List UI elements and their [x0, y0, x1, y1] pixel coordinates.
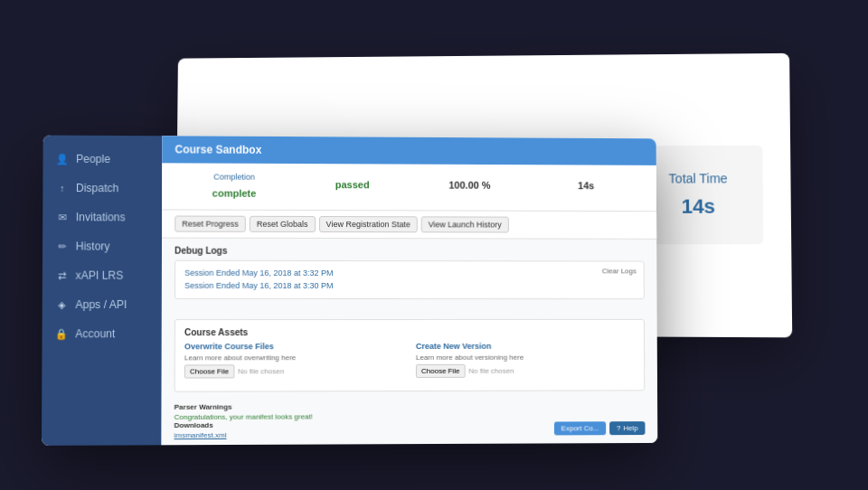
sidebar-item-history-label: History — [76, 240, 110, 252]
main-content: Course Sandbox Completion complete passe… — [161, 136, 657, 445]
download-link[interactable]: imsmanifest.xml — [175, 431, 227, 439]
mini-completion-label: Completion — [175, 172, 293, 182]
view-registration-state-button[interactable]: View Registration State — [319, 216, 418, 232]
downloads-section: Downloads imsmanifest.xml — [175, 421, 227, 439]
stats-row: Completion complete passed 100.00 % 14s — [162, 163, 656, 212]
new-version-file-text: No file chosen — [468, 367, 514, 375]
mini-stat-score: 100.00 % — [411, 174, 528, 202]
course-assets-container: Course Assets Overwrite Course Files Lea… — [175, 319, 646, 392]
content-title: Course Sandbox — [175, 143, 261, 155]
mini-stat-passed: passed — [294, 173, 411, 201]
reset-globals-button[interactable]: Reset Globals — [250, 216, 316, 232]
sidebar-item-dispatch[interactable]: ↑ Dispatch — [42, 174, 162, 203]
download-row: Downloads imsmanifest.xml Export Co... ?… — [175, 419, 646, 439]
sidebar-item-apps-api[interactable]: ◈ Apps / API — [42, 290, 162, 319]
mini-completion-value: complete — [212, 188, 257, 199]
sidebar-item-dispatch-label: Dispatch — [76, 182, 118, 194]
sidebar-item-account[interactable]: 🔒 Account — [42, 319, 161, 348]
mini-passed-label — [294, 173, 411, 174]
overwrite-sub: Learn more about overwriting here — [184, 353, 407, 362]
scene: Completion complete Success passed Score… — [45, 37, 823, 453]
sidebar-item-xapi-label: xAPI LRS — [76, 269, 124, 282]
asset-row: Overwrite Course Files Learn more about … — [184, 341, 636, 378]
new-version-sub: Learn more about versioning here — [416, 353, 635, 361]
sidebar-item-history[interactable]: ✏ History — [42, 231, 162, 260]
mini-stat-completion: Completion complete — [175, 172, 293, 201]
overwrite-file-row: Choose File No file chosen — [184, 364, 407, 379]
mini-score-label — [411, 174, 528, 174]
invitations-icon: ✉ — [55, 212, 68, 223]
debug-log-container: Session Ended May 16, 2018 at 3:32 PM Se… — [175, 260, 645, 299]
overwrite-label: Overwrite Course Files — [184, 342, 407, 351]
course-assets-section: Course Assets Overwrite Course Files Lea… — [161, 312, 657, 400]
dispatch-icon: ↑ — [56, 183, 69, 193]
sidebar-item-apps-label: Apps / API — [75, 298, 127, 311]
sidebar: 👤 People ↑ Dispatch ✉ Invitations ✏ Hist… — [42, 136, 162, 446]
parser-warnings-label: Parser Warnings — [175, 401, 646, 411]
sidebar-item-people-label: People — [76, 153, 110, 165]
parser-section: Parser Warnings Congratulations, your ma… — [161, 398, 657, 443]
sidebar-item-account-label: Account — [75, 327, 115, 340]
log-entry-1: Session Ended May 16, 2018 at 3:32 PM — [184, 267, 635, 280]
action-buttons: Reset Progress Reset Globals View Regist… — [162, 210, 656, 239]
clear-logs-button[interactable]: Clear Logs — [602, 267, 637, 275]
help-icon: ? — [617, 424, 620, 432]
help-button[interactable]: ? Help — [609, 421, 645, 435]
new-version-label: Create New Version — [416, 341, 635, 350]
front-panel: 👤 People ↑ Dispatch ✉ Invitations ✏ Hist… — [42, 136, 657, 446]
debug-logs-section: Debug Logs Session Ended May 16, 2018 at… — [162, 239, 657, 312]
sidebar-item-xapi-lrs[interactable]: ⇄ xAPI LRS — [42, 260, 162, 289]
course-assets-title: Course Assets — [184, 327, 635, 337]
mini-passed-value: passed — [335, 179, 370, 190]
overwrite-col: Overwrite Course Files Learn more about … — [184, 342, 407, 379]
export-button[interactable]: Export Co... — [554, 422, 607, 436]
mini-time-value: 14s — [578, 180, 594, 191]
log-entry-2: Session Ended May 16, 2018 at 3:30 PM — [184, 279, 635, 293]
new-version-choose-file-button[interactable]: Choose File — [416, 364, 465, 378]
mini-time-label — [528, 174, 644, 174]
xapi-icon: ⇄ — [55, 269, 68, 281]
new-version-col: Create New Version Learn more about vers… — [416, 341, 636, 377]
downloads-label: Downloads — [175, 421, 227, 429]
content-header: Course Sandbox — [162, 136, 656, 165]
sidebar-item-people[interactable]: 👤 People — [42, 145, 162, 174]
total-time-label: Total Time — [652, 171, 744, 185]
new-version-file-row: Choose File No file chosen — [416, 363, 635, 377]
account-icon: 🔒 — [55, 328, 68, 340]
reset-progress-button[interactable]: Reset Progress — [175, 216, 246, 232]
people-icon: 👤 — [56, 153, 69, 165]
overwrite-choose-file-button[interactable]: Choose File — [184, 364, 234, 378]
total-time-value: 14s — [652, 194, 744, 218]
help-label: Help — [623, 424, 637, 432]
apps-icon: ◈ — [55, 298, 68, 310]
debug-logs-title: Debug Logs — [175, 246, 644, 257]
history-icon: ✏ — [55, 240, 68, 252]
mini-stat-time: 14s — [528, 174, 644, 202]
overwrite-file-text: No file chosen — [238, 367, 284, 375]
view-launch-history-button[interactable]: View Launch History — [421, 216, 509, 232]
mini-score-value: 100.00 % — [448, 180, 490, 191]
sidebar-item-invitations[interactable]: ✉ Invitations — [42, 203, 162, 232]
sidebar-item-invitations-label: Invitations — [76, 211, 126, 223]
